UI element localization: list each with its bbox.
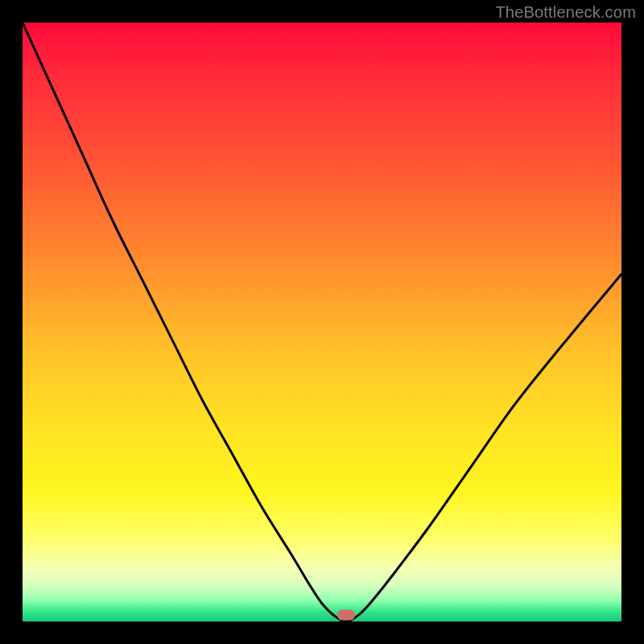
minimum-marker [337, 610, 355, 621]
chart-frame: TheBottleneck.com [0, 0, 644, 644]
watermark-text: TheBottleneck.com [495, 3, 636, 22]
bottleneck-curve [23, 23, 621, 621]
plot-area [23, 23, 621, 621]
